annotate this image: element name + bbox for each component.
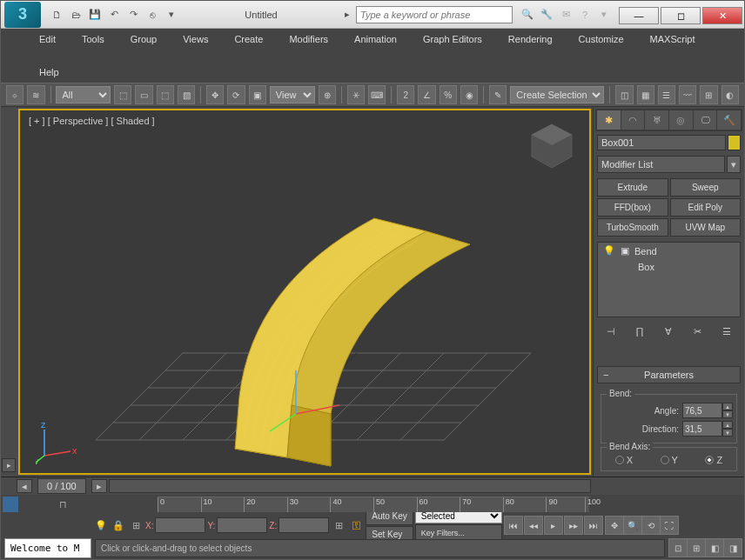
viewport-label[interactable]: [ + ] [ Perspective ] [ Shaded ]: [29, 116, 155, 126]
scroll-right-icon[interactable]: ▸: [91, 479, 107, 493]
angle-input[interactable]: [682, 403, 722, 418]
align-icon[interactable]: ▦: [637, 85, 654, 104]
tab-utilities-icon[interactable]: 🔨: [717, 110, 741, 130]
configure-icon[interactable]: ☰: [720, 324, 734, 338]
timeline-icon[interactable]: ⊓: [55, 497, 70, 512]
menu-animation[interactable]: Animation: [351, 32, 400, 46]
expand-strip-icon[interactable]: ▸: [2, 458, 16, 472]
selection-filter-select[interactable]: All: [56, 86, 111, 103]
layers-icon[interactable]: ☰: [658, 85, 675, 104]
snap-2d-icon[interactable]: 2: [397, 85, 414, 104]
manipulate-icon[interactable]: ⚹: [347, 85, 365, 104]
communication-icon[interactable]: ✉: [558, 7, 574, 23]
lock-icon[interactable]: 💡: [93, 517, 109, 533]
select-region-icon[interactable]: ⬚: [157, 85, 174, 104]
timeline-marker[interactable]: [3, 497, 18, 512]
nav-orbit-icon[interactable]: ⟲: [641, 516, 661, 535]
nav-pan-icon[interactable]: ✥: [605, 516, 624, 535]
time-slider[interactable]: [109, 479, 591, 493]
redo-icon[interactable]: ↷: [124, 6, 142, 23]
menu-maxscript[interactable]: MAXScript: [647, 32, 699, 46]
maxscript-listener[interactable]: Welcome to M: [4, 538, 91, 558]
y-input[interactable]: [217, 517, 267, 533]
tab-display-icon[interactable]: 🖵: [694, 110, 717, 130]
material-icon[interactable]: ◐: [722, 85, 739, 104]
goto-start-icon[interactable]: ⏮: [504, 516, 523, 535]
mod-btn-editpoly[interactable]: Edit Poly: [670, 198, 742, 217]
mod-btn-ffdbox[interactable]: FFD(box): [597, 198, 668, 217]
help-dropdown-icon[interactable]: ▸: [339, 6, 356, 23]
open-icon[interactable]: 🗁: [67, 6, 84, 23]
menu-grapheditors[interactable]: Graph Editors: [419, 32, 486, 46]
expand-icon[interactable]: ▣: [621, 245, 629, 257]
collapse-icon[interactable]: −: [603, 370, 608, 380]
spinner-snap-icon[interactable]: ◉: [460, 85, 478, 104]
named-selection-select[interactable]: Create Selection Se: [510, 86, 604, 103]
tools-icon[interactable]: 🔧: [539, 7, 554, 23]
direction-down-icon[interactable]: ▼: [722, 429, 733, 437]
mirror-icon[interactable]: ◫: [615, 85, 633, 104]
x-input[interactable]: [155, 517, 205, 533]
bulb-icon[interactable]: 💡: [603, 245, 615, 257]
direction-up-icon[interactable]: ▲: [722, 421, 733, 429]
next-frame-icon[interactable]: ▸▸: [564, 516, 583, 535]
nav-zoom-all-icon[interactable]: ⊡: [668, 538, 688, 557]
app-menu-icon[interactable]: 3: [4, 2, 41, 28]
menu-group[interactable]: Group: [127, 32, 161, 46]
axis-x-radio[interactable]: X: [615, 455, 633, 465]
link-tool-icon[interactable]: ⟐: [6, 85, 23, 104]
viewcube-icon[interactable]: [521, 117, 582, 178]
menu-rendering[interactable]: Rendering: [505, 32, 556, 46]
undo-icon[interactable]: ↶: [105, 6, 123, 23]
adaptive-icon[interactable]: ⊞: [128, 517, 144, 533]
menu-help[interactable]: Help: [36, 65, 63, 79]
rotate-icon[interactable]: ⟳: [227, 85, 245, 104]
menu-edit[interactable]: Edit: [36, 32, 59, 46]
menu-modifiers[interactable]: Modifiers: [285, 32, 332, 46]
named-sel-edit-icon[interactable]: ✎: [489, 85, 507, 104]
move-icon[interactable]: ✥: [206, 85, 224, 104]
nav-maximize-icon[interactable]: ⛶: [660, 516, 679, 535]
close-button[interactable]: ✕: [702, 7, 742, 24]
help-icon[interactable]: ?: [577, 7, 593, 23]
angle-up-icon[interactable]: ▲: [722, 403, 733, 410]
select-name-icon[interactable]: ▭: [135, 85, 152, 104]
scroll-left-icon[interactable]: ◂: [17, 479, 32, 493]
mod-btn-uvwmap[interactable]: UVW Map: [670, 218, 742, 237]
goto-end-icon[interactable]: ⏭: [584, 516, 603, 535]
padlock-icon[interactable]: 🔒: [111, 517, 126, 533]
modifier-list-dropdown-icon[interactable]: ▾: [727, 156, 741, 173]
pin-stack-icon[interactable]: ⊣: [604, 324, 618, 338]
help-more-icon[interactable]: ▾: [596, 7, 612, 23]
schematic-icon[interactable]: ⊞: [700, 85, 717, 104]
binoculars-icon[interactable]: 🔍: [520, 7, 535, 23]
nav-fov-icon[interactable]: ◧: [705, 538, 724, 557]
mod-btn-sweep[interactable]: Sweep: [670, 178, 742, 197]
stack-item-box[interactable]: Box: [598, 259, 740, 275]
nav-zoom-extents-icon[interactable]: ⊞: [687, 538, 706, 557]
tab-motion-icon[interactable]: ◎: [669, 110, 693, 130]
maximize-button[interactable]: ◻: [661, 7, 701, 24]
tab-hierarchy-icon[interactable]: ♅: [645, 110, 668, 130]
key-icon[interactable]: ⚿: [348, 517, 364, 533]
qat-dropdown-icon[interactable]: ▾: [163, 6, 180, 23]
axis-z-radio[interactable]: Z: [705, 455, 722, 465]
curve-editor-icon[interactable]: 〰: [679, 85, 696, 104]
object-name-input[interactable]: [597, 135, 726, 150]
show-result-icon[interactable]: ∏: [633, 324, 647, 338]
prev-frame-icon[interactable]: ◂◂: [524, 516, 543, 535]
unique-icon[interactable]: ∀: [661, 324, 675, 338]
axis-y-radio[interactable]: Y: [661, 455, 678, 465]
new-icon[interactable]: 🗋: [48, 6, 65, 23]
select-icon[interactable]: ⬚: [114, 85, 131, 104]
menu-tools[interactable]: Tools: [78, 32, 108, 46]
rollout-parameters[interactable]: − Parameters: [597, 366, 741, 383]
object-color-swatch[interactable]: [728, 135, 741, 150]
tab-modify-icon[interactable]: ◠: [621, 110, 645, 130]
stack-item-bend[interactable]: 💡 ▣ Bend: [598, 243, 740, 259]
mod-btn-turbosmooth[interactable]: TurboSmooth: [597, 218, 668, 237]
transform-type-icon[interactable]: ⊞: [331, 517, 346, 533]
time-ruler[interactable]: 0 10 20 30 40 50 60 70 80 90 100: [158, 497, 589, 512]
nav-min-max-icon[interactable]: ◨: [723, 538, 742, 557]
search-input[interactable]: [356, 6, 513, 23]
